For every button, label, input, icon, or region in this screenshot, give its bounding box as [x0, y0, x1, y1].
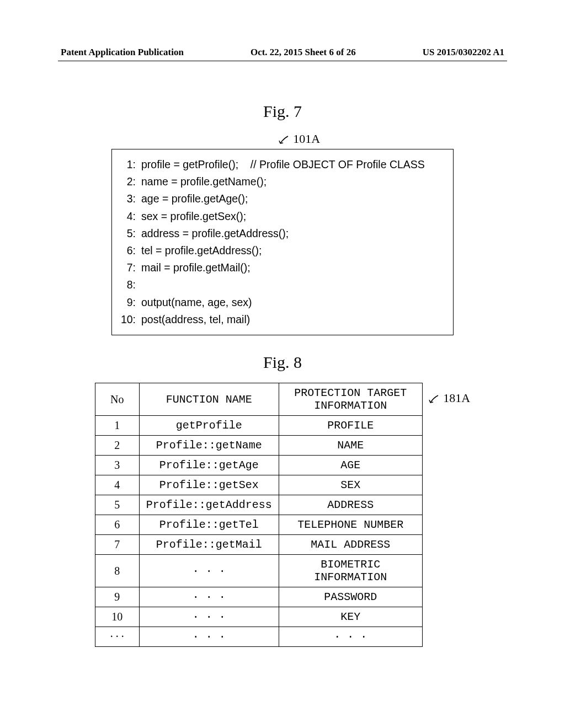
figure-7-ref-label: 101A	[17, 132, 565, 146]
header-publication: Patent Application Publication	[61, 47, 184, 58]
figure-8-title: Fig. 8	[0, 353, 565, 372]
table-row: 10· · ·KEY	[95, 607, 422, 627]
table-row: 2Profile::getNameNAME	[95, 436, 422, 456]
code-line: 6:tel = profile.getAddress();	[116, 242, 449, 259]
arrow-icon	[278, 132, 294, 146]
table-row: 9· · ·PASSWORD	[95, 587, 422, 607]
table-header-function: FUNCTION NAME	[139, 383, 279, 416]
figure-8-ref-label: 181A	[428, 391, 470, 405]
figure-7-title: Fig. 7	[0, 102, 565, 121]
header-patent-number: US 2015/0302202 A1	[423, 47, 504, 58]
code-line: 2:name = profile.getName();	[116, 173, 449, 190]
figure-7: Fig. 7 101A 1:profile = getProfile(); //…	[0, 69, 565, 335]
code-line: 8:	[116, 276, 449, 293]
header-divider	[58, 61, 507, 61]
table-row: 3Profile::getAgeAGE	[95, 456, 422, 475]
code-line: 5:address = profile.getAddress();	[116, 225, 449, 242]
table-row: · · ·· · ·· · ·	[95, 627, 422, 647]
header-date-sheet: Oct. 22, 2015 Sheet 6 of 26	[250, 47, 356, 58]
table-header-no: No	[95, 383, 139, 416]
page-header: Patent Application Publication Oct. 22, …	[61, 47, 504, 58]
table-row: 7Profile::getMailMAIL ADDRESS	[95, 535, 422, 555]
code-listing: 1:profile = getProfile(); // Profile OBJ…	[111, 149, 454, 335]
figure-7-ref-text: 101A	[293, 132, 320, 146]
table-row: 5Profile::getAddressADDRESS	[95, 495, 422, 515]
table-row: 4Profile::getSexSEX	[95, 475, 422, 495]
arrow-icon	[428, 391, 444, 405]
code-line: 3:age = profile.getAge();	[116, 190, 449, 207]
table-row: 6Profile::getTelTELEPHONE NUMBER	[95, 515, 422, 535]
code-line: 4:sex = profile.getSex();	[116, 208, 449, 225]
protection-table: No FUNCTION NAME PROTECTION TARGET INFOR…	[95, 383, 423, 647]
table-header-target: PROTECTION TARGET INFORMATION	[279, 383, 422, 416]
code-line: 1:profile = getProfile(); // Profile OBJ…	[116, 156, 449, 173]
table-row: 1getProfilePROFILE	[95, 416, 422, 436]
table-row: 8· · ·BIOMETRIC INFORMATION	[95, 555, 422, 587]
code-line: 7:mail = profile.getMail();	[116, 259, 449, 276]
figure-8: Fig. 8 No FUNCTION NAME PROTECTION TARGE…	[0, 320, 565, 647]
code-line: 9:output(name, age, sex)	[116, 294, 449, 311]
figure-8-ref-text: 181A	[443, 391, 470, 405]
